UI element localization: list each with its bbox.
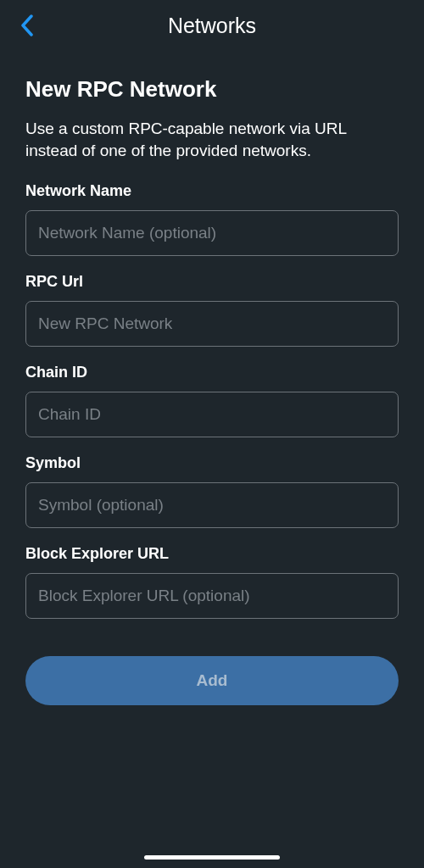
form-group-rpc-url: RPC Url: [25, 273, 399, 347]
symbol-label: Symbol: [25, 454, 399, 472]
back-button[interactable]: [17, 15, 37, 36]
chevron-left-icon: [20, 14, 34, 36]
content: New RPC Network Use a custom RPC-capable…: [0, 51, 424, 705]
header-title: Networks: [168, 14, 256, 38]
block-explorer-url-label: Block Explorer URL: [25, 545, 399, 563]
add-button[interactable]: Add: [25, 656, 399, 705]
home-indicator: [144, 855, 280, 860]
form-group-symbol: Symbol: [25, 454, 399, 528]
chain-id-input[interactable]: [25, 392, 399, 437]
network-name-label: Network Name: [25, 182, 399, 200]
rpc-url-input[interactable]: [25, 301, 399, 347]
rpc-url-label: RPC Url: [25, 273, 399, 291]
page-description: Use a custom RPC-capable network via URL…: [25, 118, 399, 162]
network-name-input[interactable]: [25, 210, 399, 256]
header: Networks: [0, 0, 424, 51]
form-group-network-name: Network Name: [25, 182, 399, 256]
block-explorer-url-input[interactable]: [25, 573, 399, 619]
page-title: New RPC Network: [25, 76, 399, 103]
form-group-block-explorer-url: Block Explorer URL: [25, 545, 399, 619]
symbol-input[interactable]: [25, 482, 399, 528]
chain-id-label: Chain ID: [25, 364, 399, 381]
form-group-chain-id: Chain ID: [25, 364, 399, 437]
